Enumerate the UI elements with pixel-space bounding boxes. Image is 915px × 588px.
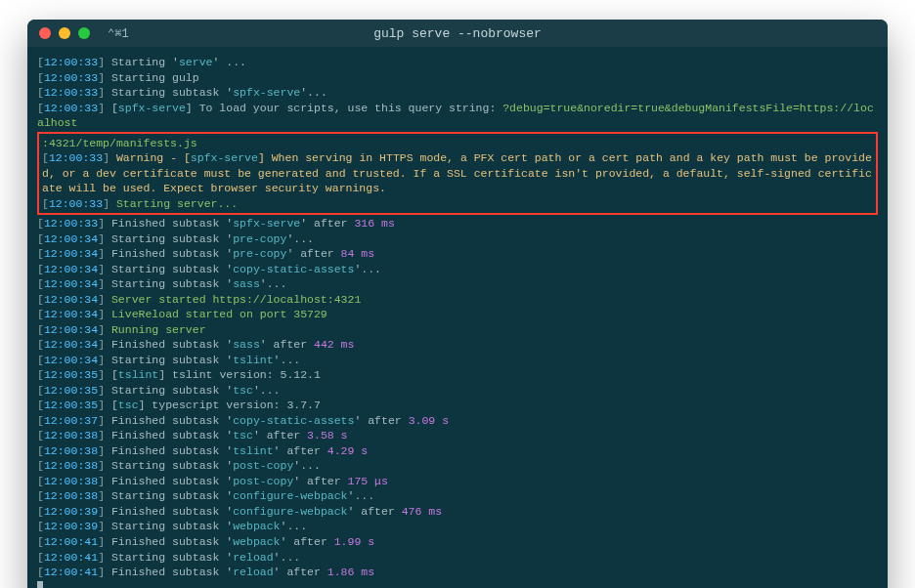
window-title: gulp serve --nobrowser — [373, 26, 542, 41]
log-line: [12:00:34] Starting subtask 'copy-static… — [37, 262, 878, 277]
close-icon[interactable] — [39, 27, 51, 39]
log-line: [12:00:33] Starting gulp — [37, 70, 878, 86]
log-line: [12:00:38] Finished subtask 'post-copy' … — [37, 474, 878, 489]
highlighted-warning-block: :4321/temp/manifests.js[12:00:33] Warnin… — [37, 132, 878, 216]
prompt-cursor[interactable] — [37, 580, 878, 588]
log-line: [12:00:34] Server started https://localh… — [37, 292, 878, 308]
log-line: [12:00:38] Finished subtask 'tslint' aft… — [37, 443, 878, 459]
log-line: :4321/temp/manifests.js — [42, 136, 873, 151]
log-line: [12:00:38] Starting subtask 'post-copy'.… — [37, 458, 878, 474]
log-line: [12:00:33] Starting server... — [42, 196, 873, 212]
log-line: [12:00:39] Starting subtask 'webpack'... — [37, 519, 878, 534]
log-line: [12:00:34] Running server — [37, 322, 878, 338]
log-line: [12:00:33] [spfx-serve] To load your scr… — [37, 101, 878, 131]
log-line: [12:00:35] [tsc] typescript version: 3.7… — [37, 398, 878, 413]
maximize-icon[interactable] — [78, 27, 90, 39]
log-line: [12:00:33] Warning - [spfx-serve] When s… — [42, 150, 873, 196]
log-line: [12:00:39] Finished subtask 'configure-w… — [37, 504, 878, 520]
log-line: [12:00:34] LiveReload started on port 35… — [37, 307, 878, 322]
log-line: [12:00:33] Finished subtask 'spfx-serve'… — [37, 216, 878, 231]
title-bar: ⌃⌘1 gulp serve --nobrowser — [27, 20, 888, 47]
log-line: [12:00:41] Finished subtask 'reload' aft… — [37, 565, 878, 580]
traffic-lights — [39, 27, 90, 39]
log-line: [12:00:38] Starting subtask 'configure-w… — [37, 488, 878, 504]
log-line: [12:00:35] [tslint] tslint version: 5.12… — [37, 367, 878, 383]
log-line: [12:00:33] Starting 'serve' ... — [37, 55, 878, 70]
log-line: [12:00:37] Finished subtask 'copy-static… — [37, 413, 878, 429]
log-line: [12:00:34] Finished subtask 'pre-copy' a… — [37, 246, 878, 262]
log-line: [12:00:34] Starting subtask 'sass'... — [37, 276, 878, 292]
tab-shortcut: ⌃⌘1 — [108, 26, 129, 41]
log-line: [12:00:34] Finished subtask 'sass' after… — [37, 337, 878, 353]
log-line: [12:00:41] Starting subtask 'reload'... — [37, 550, 878, 566]
log-line: [12:00:41] Finished subtask 'webpack' af… — [37, 534, 878, 550]
minimize-icon[interactable] — [59, 27, 70, 39]
log-line: [12:00:35] Starting subtask 'tsc'... — [37, 383, 878, 399]
terminal-window: ⌃⌘1 gulp serve --nobrowser [12:00:33] St… — [27, 20, 888, 588]
terminal-output[interactable]: [12:00:33] Starting 'serve' ...[12:00:33… — [27, 47, 888, 588]
log-line: [12:00:34] Starting subtask 'pre-copy'..… — [37, 231, 878, 247]
log-line: [12:00:33] Starting subtask 'spfx-serve'… — [37, 85, 878, 101]
log-line: [12:00:38] Finished subtask 'tsc' after … — [37, 428, 878, 443]
log-line: [12:00:34] Starting subtask 'tslint'... — [37, 353, 878, 368]
